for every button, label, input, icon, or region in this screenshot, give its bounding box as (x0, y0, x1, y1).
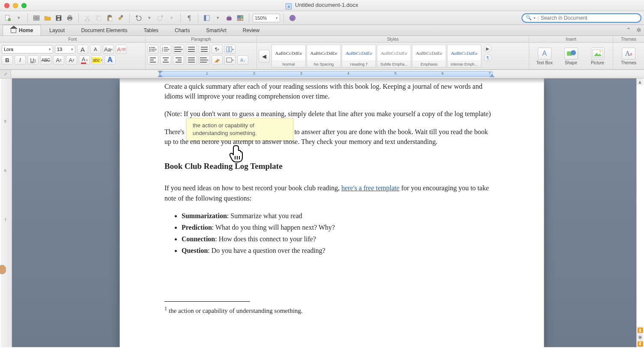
shrink-font-button[interactable]: A (90, 45, 101, 54)
tab-smartart[interactable]: SmartArt (198, 25, 234, 36)
decrease-indent-button[interactable] (186, 45, 197, 54)
tab-charts[interactable]: Charts (167, 25, 198, 36)
undo-dropdown[interactable]: ▾ (144, 13, 155, 23)
style-intense-emph-[interactable]: AaBbCcDdEeIntense Emph... (447, 45, 481, 68)
style-heading-7[interactable]: AaBbCcDdEeHeading 7 (342, 45, 376, 68)
tab-document-elements[interactable]: Document Elements (73, 25, 135, 36)
page-down-button[interactable]: ⏬ (637, 340, 643, 347)
browse-object-button[interactable]: ◉ (637, 333, 643, 340)
align-center-button[interactable] (160, 55, 171, 65)
undo-button[interactable] (133, 13, 143, 23)
search-input[interactable] (541, 15, 637, 21)
align-left-button[interactable] (147, 55, 158, 65)
ruler-corner[interactable]: ⤢ (0, 70, 11, 78)
new-dropdown[interactable]: ▾ (14, 13, 24, 23)
clear-formatting-button[interactable]: A⌫ (116, 45, 127, 54)
vertical-ruler[interactable]: 567 (1, 78, 12, 347)
first-line-indent-marker[interactable] (158, 71, 163, 74)
copy-button[interactable] (93, 13, 104, 23)
columns-indicator-button[interactable]: ▾ (224, 45, 236, 54)
styles-next-button[interactable]: ▶ (484, 45, 492, 52)
bullets-button[interactable]: ▾ (147, 45, 158, 54)
sidebar-toggle-button[interactable] (202, 13, 212, 23)
list-item[interactable]: Question: Do you have a question over th… (182, 246, 495, 255)
collapse-ribbon-button[interactable]: ⌃ (623, 25, 634, 35)
themes-button[interactable]: AaThemes (616, 45, 641, 68)
sidebar-dropdown[interactable]: ▾ (213, 13, 223, 23)
print-button[interactable] (65, 13, 75, 23)
multilevel-list-button[interactable]: ▾ (173, 45, 184, 54)
toolbox-button[interactable] (224, 13, 234, 23)
zoom-window-button[interactable] (21, 3, 27, 8)
font-name-combo[interactable]: Lora▾ (2, 45, 53, 54)
borders-button[interactable]: ▾ (224, 55, 236, 65)
justify-button[interactable] (186, 55, 197, 65)
horizontal-ruler[interactable]: ⤢ 1234567 (0, 70, 644, 78)
new-document-button[interactable] (3, 13, 13, 23)
save-button[interactable] (54, 13, 64, 23)
style-subtle-empha-[interactable]: AaBbCcDdEeSubtle Empha... (377, 45, 411, 68)
list-item[interactable]: Summarization: Summarize what you read (182, 211, 495, 221)
grow-font-button[interactable]: A (77, 45, 88, 54)
shape-button[interactable]: Shape (559, 45, 584, 68)
italic-button[interactable]: I (15, 55, 26, 65)
tab-review[interactable]: Review (235, 25, 268, 36)
collaborator-avatar[interactable] (0, 265, 6, 274)
text-box-button[interactable]: AText Box (532, 45, 557, 68)
template-link[interactable]: here's a free template (341, 184, 400, 192)
style-no-spacing[interactable]: AaBbCcDdEeNo Spacing (307, 45, 341, 68)
style-emphasis[interactable]: AaBbCcDdEeEmphasis (412, 45, 446, 68)
align-right-button[interactable] (173, 55, 184, 65)
document-canvas[interactable]: Create a quick summary after each of you… (12, 78, 636, 347)
text-effects-button[interactable]: A (104, 55, 116, 65)
highlight-button[interactable]: abc▾ (92, 55, 103, 65)
change-case-button[interactable]: Aa▾ (103, 45, 114, 54)
media-browser-button[interactable] (235, 13, 245, 23)
tab-tables[interactable]: Tables (135, 25, 167, 36)
document-body[interactable]: Create a quick summary after each of you… (164, 81, 495, 258)
left-indent-marker[interactable] (158, 74, 163, 77)
paste-button[interactable] (104, 13, 115, 23)
scroll-up-button[interactable]: ▲ (637, 78, 643, 85)
help-button[interactable]: ? (287, 13, 298, 23)
underline-button[interactable]: U▾ (27, 55, 39, 65)
bullet-list[interactable]: Summarization: Summarize what you readPr… (182, 211, 495, 256)
cut-button[interactable] (82, 13, 92, 23)
numbering-button[interactable]: 123▾ (160, 45, 171, 54)
font-size-combo[interactable]: 13▾ (55, 45, 75, 54)
text-direction-button[interactable]: ¶▾ (212, 45, 223, 54)
font-color-button[interactable]: A▾ (79, 55, 90, 65)
open-button[interactable] (42, 13, 53, 23)
footnote[interactable]: 1 the action or capability of understand… (164, 306, 303, 315)
subscript-button[interactable]: A2 (66, 55, 77, 65)
ribbon-settings-button[interactable]: ✲ (634, 25, 644, 35)
redo-dropdown[interactable]: ▾ (167, 13, 177, 23)
minimize-window-button[interactable] (13, 3, 18, 8)
zoom-combo[interactable]: 150%▾ (253, 14, 280, 22)
styles-pane-button[interactable]: ¶ (484, 54, 492, 62)
paragraph[interactable]: If you need ideas on how to best record … (164, 183, 495, 203)
shading-button[interactable]: ◢▾ (212, 55, 223, 65)
sort-button[interactable]: A↓ (237, 55, 248, 65)
list-item[interactable]: Prediction: What do you thing will happe… (182, 222, 495, 232)
increase-indent-button[interactable] (199, 45, 210, 54)
page-up-button[interactable]: ⏫ (637, 327, 643, 333)
strikethrough-button[interactable]: ABC (40, 55, 51, 65)
superscript-button[interactable]: A2 (53, 55, 64, 65)
tab-layout[interactable]: Layout (41, 25, 73, 36)
list-item[interactable]: Connection: How does this connect to you… (182, 234, 495, 244)
paragraph[interactable]: Create a quick summary after each of you… (164, 81, 495, 101)
style-normal[interactable]: AaBbCcDdEeNormal (271, 45, 306, 68)
vertical-scrollbar[interactable]: ▲ ⏫ ◉ ⏬ (636, 78, 643, 347)
bold-button[interactable]: B (2, 55, 13, 65)
format-painter-button[interactable] (116, 13, 126, 23)
styles-gallery[interactable]: AaBbCcDdEeNormalAaBbCcDdEeNo SpacingAaBb… (271, 45, 481, 68)
styles-prev-button[interactable]: ◀ (259, 50, 270, 63)
search-field[interactable]: 🔍 ▾ ( (522, 13, 641, 23)
picture-button[interactable]: Picture (585, 45, 610, 68)
show-formatting-button[interactable]: ¶ (184, 13, 194, 23)
close-window-button[interactable] (4, 3, 9, 8)
template-gallery-button[interactable] (31, 13, 42, 23)
line-spacing-button[interactable]: ▾ (199, 55, 210, 65)
redo-button[interactable] (155, 13, 166, 23)
